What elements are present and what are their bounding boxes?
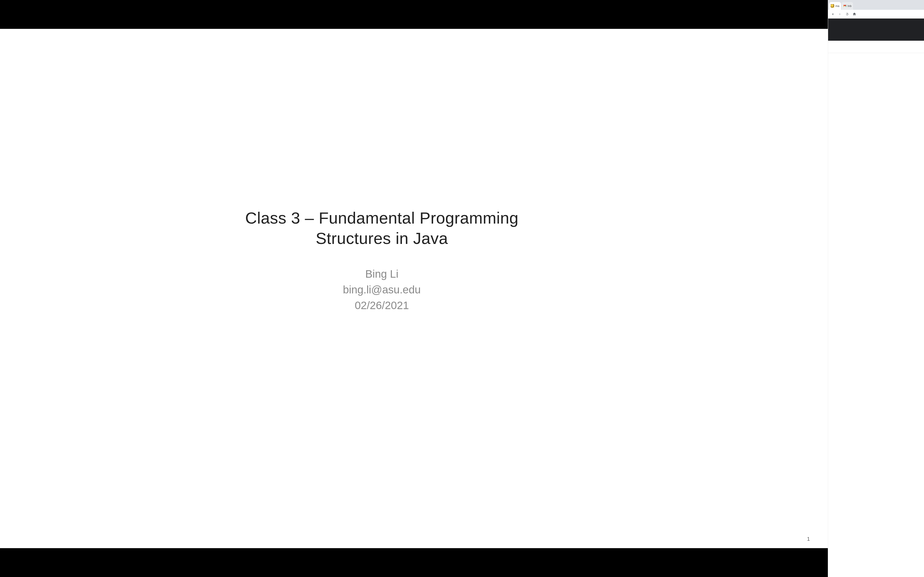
slide[interactable]: Class 3 – Fundamental Programming Struct… [0, 29, 828, 548]
page-panel-row [828, 41, 924, 53]
browser-toolbar [828, 10, 924, 19]
favicon-generic-icon [831, 4, 834, 8]
page-panel-row [828, 53, 924, 65]
reload-icon [845, 12, 849, 16]
arrow-left-icon [831, 12, 835, 16]
email: bing.li@asu.edu [83, 282, 681, 298]
back-button[interactable] [830, 11, 835, 17]
slide-title: Class 3 – Fundamental Programming Struct… [83, 208, 681, 248]
home-icon [852, 12, 856, 16]
browser-window-strip: ma Inb [828, 0, 924, 577]
reload-button[interactable] [845, 11, 850, 17]
tab-strip: ma Inb [828, 0, 924, 10]
title-line-1: Class 3 – Fundamental Programming [245, 209, 519, 227]
title-line-2: Structures in Java [315, 229, 448, 247]
date: 02/26/2021 [83, 298, 681, 313]
browser-tab-1[interactable]: Inb [842, 2, 853, 10]
forward-button[interactable] [837, 11, 843, 17]
stage: Class 3 – Fundamental Programming Struct… [0, 0, 924, 577]
home-button[interactable] [852, 11, 857, 17]
slide-subtext: Bing Li bing.li@asu.edu 02/26/2021 [83, 266, 681, 313]
tab-label: ma [835, 4, 839, 8]
arrow-right-icon [838, 12, 842, 16]
gmail-icon [843, 4, 846, 8]
page-header-dark-band [828, 19, 924, 41]
page-number: 1 [807, 536, 810, 542]
tab-label: Inb [848, 4, 851, 8]
author: Bing Li [83, 266, 681, 282]
browser-tab-0[interactable]: ma [829, 2, 841, 10]
presentation-viewport: Class 3 – Fundamental Programming Struct… [0, 0, 828, 577]
